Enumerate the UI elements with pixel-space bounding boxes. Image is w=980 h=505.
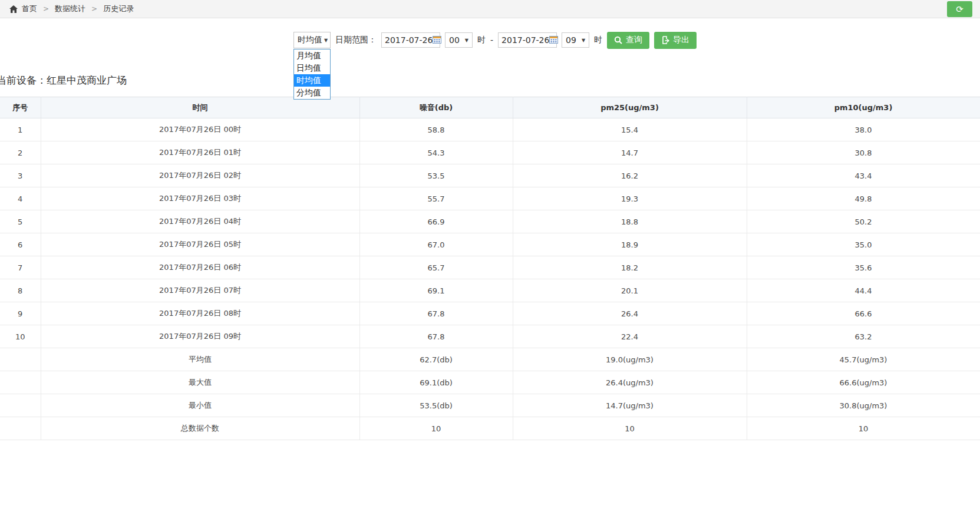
interval-option[interactable]: 时均值 <box>294 74 330 87</box>
table-cell: 30.8(ug/m3) <box>747 394 980 417</box>
summary-row: 最大值69.1(db)26.4(ug/m3)66.6(ug/m3) <box>0 371 980 394</box>
interval-options-list: 月均值日均值时均值分均值 <box>293 49 331 100</box>
table-cell: 18.2 <box>513 256 747 279</box>
table-cell: 2017年07月26日 01时 <box>41 141 359 164</box>
table-cell: 2017年07月26日 08时 <box>41 302 359 325</box>
start-date-input[interactable]: 2017-07-26 <box>381 32 440 48</box>
table-cell: 平均值 <box>41 348 359 371</box>
table-cell: 2017年07月26日 04时 <box>41 210 359 233</box>
table-cell: 10 <box>0 325 41 348</box>
table-cell: 26.4(ug/m3) <box>513 371 747 394</box>
interval-option[interactable]: 月均值 <box>294 49 330 62</box>
table-cell: 63.2 <box>747 325 980 348</box>
table-cell: 20.1 <box>513 279 747 302</box>
table-cell: 10 <box>359 417 513 440</box>
filter-toolbar: 时均值 ▼ 月均值日均值时均值分均值 日期范围： 2017-07-26 00 ▼… <box>293 31 701 49</box>
refresh-icon: ⟳ <box>956 4 963 14</box>
table-cell: 67.8 <box>359 325 513 348</box>
breadcrumb-item-history[interactable]: 历史记录 <box>103 4 134 14</box>
table-cell: 54.3 <box>359 141 513 164</box>
table-cell: 2017年07月26日 05时 <box>41 233 359 256</box>
table-cell: 50.2 <box>747 210 980 233</box>
export-button-label: 导出 <box>673 35 689 45</box>
table-row: 62017年07月26日 05时67.018.935.0 <box>0 233 980 256</box>
table-cell: 19.0(ug/m3) <box>513 348 747 371</box>
table-cell: 67.0 <box>359 233 513 256</box>
calendar-icon <box>549 35 558 45</box>
interval-select[interactable]: 时均值 ▼ <box>293 32 331 48</box>
table-cell: 35.0 <box>747 233 980 256</box>
chevron-down-icon: ▼ <box>582 38 585 43</box>
column-header: pm10(ug/m3) <box>747 97 980 118</box>
end-date-value: 2017-07-26 <box>501 35 549 45</box>
column-header: 噪音(db) <box>359 97 513 118</box>
interval-option[interactable]: 分均值 <box>294 87 330 99</box>
table-cell: 2017年07月26日 07时 <box>41 279 359 302</box>
query-button[interactable]: 查询 <box>607 32 649 49</box>
table-row: 42017年07月26日 03时55.719.349.8 <box>0 187 980 210</box>
table-cell: 2 <box>0 141 41 164</box>
start-hour-select[interactable]: 00 ▼ <box>445 32 473 48</box>
end-hour-select[interactable]: 09 ▼ <box>562 32 589 48</box>
table-cell: 69.1 <box>359 279 513 302</box>
table-row: 12017年07月26日 00时58.815.438.0 <box>0 118 980 141</box>
table-cell: 30.8 <box>747 141 980 164</box>
end-date-input[interactable]: 2017-07-26 <box>498 32 557 48</box>
search-icon <box>614 36 622 44</box>
table-cell: 7 <box>0 256 41 279</box>
table-cell: 53.5 <box>359 164 513 187</box>
table-cell: 66.9 <box>359 210 513 233</box>
table-cell: 53.5(db) <box>359 394 513 417</box>
table-cell: 16.2 <box>513 164 747 187</box>
table-cell: 69.1(db) <box>359 371 513 394</box>
table-header-row: 序号时间噪音(db)pm25(ug/m3)pm10(ug/m3) <box>0 97 980 118</box>
breadcrumb-separator: > <box>43 5 49 13</box>
table-cell: 9 <box>0 302 41 325</box>
column-header: pm25(ug/m3) <box>513 97 747 118</box>
start-hour-value: 00 <box>449 35 460 45</box>
table-cell: 18.8 <box>513 210 747 233</box>
table-cell: 44.4 <box>747 279 980 302</box>
table-cell: 38.0 <box>747 118 980 141</box>
table-cell: 8 <box>0 279 41 302</box>
table-cell: 58.8 <box>359 118 513 141</box>
export-icon <box>661 36 669 44</box>
table-cell: 14.7(ug/m3) <box>513 394 747 417</box>
breadcrumb-item-statistics[interactable]: 数据统计 <box>55 4 85 14</box>
table-row: 72017年07月26日 06时65.718.235.6 <box>0 256 980 279</box>
table-cell: 55.7 <box>359 187 513 210</box>
table-cell: 26.4 <box>513 302 747 325</box>
end-hour-value: 09 <box>566 35 576 45</box>
query-button-label: 查询 <box>626 35 642 45</box>
table-cell: 最小值 <box>41 394 359 417</box>
interval-option[interactable]: 日均值 <box>294 62 330 74</box>
table-cell: 43.4 <box>747 164 980 187</box>
table-cell: 3 <box>0 164 41 187</box>
table-cell: 2017年07月26日 06时 <box>41 256 359 279</box>
table-cell: 62.7(db) <box>359 348 513 371</box>
table-row: 52017年07月26日 04时66.918.850.2 <box>0 210 980 233</box>
hour-label-start: 时 <box>477 35 486 45</box>
table-cell: 2017年07月26日 09时 <box>41 325 359 348</box>
table-cell: 18.9 <box>513 233 747 256</box>
breadcrumb-item-home[interactable]: 首页 <box>22 4 37 14</box>
table-row: 82017年07月26日 07时69.120.144.4 <box>0 279 980 302</box>
chevron-down-icon: ▼ <box>465 38 468 43</box>
export-button[interactable]: 导出 <box>654 32 697 49</box>
table-cell: 2017年07月26日 03时 <box>41 187 359 210</box>
table-row: 102017年07月26日 09时67.822.463.2 <box>0 325 980 348</box>
table-cell: 6 <box>0 233 41 256</box>
current-device-label: 当前设备：红星中茂商业广场 <box>0 74 127 87</box>
table-cell: 67.8 <box>359 302 513 325</box>
table-row: 22017年07月26日 01时54.314.730.8 <box>0 141 980 164</box>
table-row: 32017年07月26日 02时53.516.243.4 <box>0 164 980 187</box>
table-cell <box>0 394 41 417</box>
refresh-button[interactable]: ⟳ <box>947 1 972 17</box>
breadcrumb-separator: > <box>91 5 97 13</box>
date-range-label: 日期范围： <box>335 35 377 45</box>
table-cell: 15.4 <box>513 118 747 141</box>
table-cell <box>0 417 41 440</box>
table-cell: 1 <box>0 118 41 141</box>
table-cell: 65.7 <box>359 256 513 279</box>
calendar-icon <box>433 35 441 45</box>
